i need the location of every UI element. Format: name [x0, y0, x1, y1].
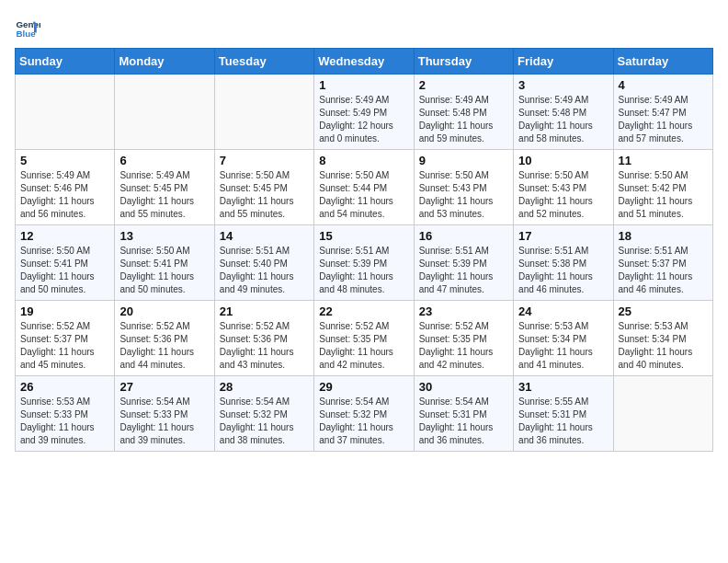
calendar-cell: 26Sunrise: 5:53 AM Sunset: 5:33 PM Dayli… — [16, 376, 115, 452]
calendar-week-5: 26Sunrise: 5:53 AM Sunset: 5:33 PM Dayli… — [16, 376, 713, 452]
calendar-cell: 19Sunrise: 5:52 AM Sunset: 5:37 PM Dayli… — [16, 301, 115, 376]
calendar-cell: 9Sunrise: 5:50 AM Sunset: 5:43 PM Daylig… — [414, 150, 513, 225]
day-info: Sunrise: 5:51 AM Sunset: 5:37 PM Dayligh… — [619, 245, 708, 296]
day-number: 27 — [119, 380, 209, 394]
day-number: 23 — [419, 304, 508, 318]
day-info: Sunrise: 5:54 AM Sunset: 5:32 PM Dayligh… — [319, 396, 408, 447]
day-info: Sunrise: 5:50 AM Sunset: 5:41 PM Dayligh… — [119, 245, 209, 296]
day-info: Sunrise: 5:50 AM Sunset: 5:45 PM Dayligh… — [220, 169, 309, 221]
day-number: 10 — [518, 154, 608, 167]
day-info: Sunrise: 5:54 AM Sunset: 5:31 PM Dayligh… — [419, 396, 508, 447]
calendar-cell: 28Sunrise: 5:54 AM Sunset: 5:32 PM Dayli… — [214, 376, 313, 452]
day-info: Sunrise: 5:53 AM Sunset: 5:34 PM Dayligh… — [518, 320, 608, 372]
calendar-cell: 8Sunrise: 5:50 AM Sunset: 5:44 PM Daylig… — [314, 150, 414, 225]
weekday-header-friday: Friday — [514, 49, 613, 75]
day-number: 12 — [20, 229, 109, 243]
day-number: 1 — [319, 78, 408, 92]
day-info: Sunrise: 5:50 AM Sunset: 5:43 PM Dayligh… — [518, 169, 608, 221]
calendar-header-row: SundayMondayTuesdayWednesdayThursdayFrid… — [16, 49, 713, 75]
day-info: Sunrise: 5:51 AM Sunset: 5:39 PM Dayligh… — [319, 245, 408, 296]
day-number: 15 — [319, 229, 408, 243]
day-info: Sunrise: 5:52 AM Sunset: 5:36 PM Dayligh… — [119, 320, 209, 372]
day-info: Sunrise: 5:51 AM Sunset: 5:38 PM Dayligh… — [518, 245, 608, 296]
calendar-cell — [115, 75, 214, 150]
day-info: Sunrise: 5:49 AM Sunset: 5:45 PM Dayligh… — [119, 169, 209, 221]
calendar-cell: 25Sunrise: 5:53 AM Sunset: 5:34 PM Dayli… — [613, 301, 712, 376]
weekday-header-wednesday: Wednesday — [314, 49, 414, 75]
day-number: 29 — [319, 380, 408, 394]
page-header: General Blue — [15, 15, 713, 40]
day-number: 20 — [119, 304, 209, 318]
calendar-cell: 2Sunrise: 5:49 AM Sunset: 5:48 PM Daylig… — [414, 75, 513, 150]
day-info: Sunrise: 5:55 AM Sunset: 5:31 PM Dayligh… — [518, 396, 608, 447]
weekday-header-saturday: Saturday — [613, 49, 712, 75]
day-info: Sunrise: 5:52 AM Sunset: 5:37 PM Dayligh… — [20, 320, 109, 372]
day-number: 3 — [518, 78, 608, 92]
day-number: 7 — [220, 154, 309, 167]
logo-icon: General Blue — [15, 15, 40, 40]
calendar-cell: 15Sunrise: 5:51 AM Sunset: 5:39 PM Dayli… — [314, 225, 414, 301]
calendar-cell: 14Sunrise: 5:51 AM Sunset: 5:40 PM Dayli… — [214, 225, 313, 301]
calendar-cell: 3Sunrise: 5:49 AM Sunset: 5:48 PM Daylig… — [514, 75, 613, 150]
day-info: Sunrise: 5:49 AM Sunset: 5:48 PM Dayligh… — [419, 94, 508, 145]
calendar-cell: 24Sunrise: 5:53 AM Sunset: 5:34 PM Dayli… — [514, 301, 613, 376]
day-info: Sunrise: 5:49 AM Sunset: 5:46 PM Dayligh… — [20, 169, 109, 221]
calendar-cell: 6Sunrise: 5:49 AM Sunset: 5:45 PM Daylig… — [115, 150, 214, 225]
day-info: Sunrise: 5:52 AM Sunset: 5:35 PM Dayligh… — [319, 320, 408, 372]
day-number: 30 — [419, 380, 508, 394]
calendar-cell: 18Sunrise: 5:51 AM Sunset: 5:37 PM Dayli… — [613, 225, 712, 301]
calendar-cell: 23Sunrise: 5:52 AM Sunset: 5:35 PM Dayli… — [414, 301, 513, 376]
calendar-week-3: 12Sunrise: 5:50 AM Sunset: 5:41 PM Dayli… — [16, 225, 713, 301]
calendar-cell: 27Sunrise: 5:54 AM Sunset: 5:33 PM Dayli… — [115, 376, 214, 452]
day-info: Sunrise: 5:54 AM Sunset: 5:32 PM Dayligh… — [220, 396, 309, 447]
day-info: Sunrise: 5:50 AM Sunset: 5:42 PM Dayligh… — [619, 169, 708, 221]
weekday-header-tuesday: Tuesday — [214, 49, 313, 75]
day-info: Sunrise: 5:51 AM Sunset: 5:40 PM Dayligh… — [220, 245, 309, 296]
day-info: Sunrise: 5:49 AM Sunset: 5:48 PM Dayligh… — [518, 94, 608, 145]
day-number: 25 — [619, 304, 708, 318]
day-info: Sunrise: 5:49 AM Sunset: 5:49 PM Dayligh… — [319, 94, 408, 145]
svg-text:Blue: Blue — [16, 29, 36, 39]
calendar-cell: 1Sunrise: 5:49 AM Sunset: 5:49 PM Daylig… — [314, 75, 414, 150]
calendar-week-4: 19Sunrise: 5:52 AM Sunset: 5:37 PM Dayli… — [16, 301, 713, 376]
calendar-cell: 21Sunrise: 5:52 AM Sunset: 5:36 PM Dayli… — [214, 301, 313, 376]
weekday-header-sunday: Sunday — [16, 49, 115, 75]
day-number: 4 — [619, 78, 708, 92]
weekday-header-monday: Monday — [115, 49, 214, 75]
day-info: Sunrise: 5:54 AM Sunset: 5:33 PM Dayligh… — [119, 396, 209, 447]
day-number: 2 — [419, 78, 508, 92]
weekday-header-thursday: Thursday — [414, 49, 513, 75]
day-number: 8 — [319, 154, 408, 167]
calendar-cell: 11Sunrise: 5:50 AM Sunset: 5:42 PM Dayli… — [613, 150, 712, 225]
calendar-cell: 17Sunrise: 5:51 AM Sunset: 5:38 PM Dayli… — [514, 225, 613, 301]
day-number: 21 — [220, 304, 309, 318]
calendar-cell — [16, 75, 115, 150]
calendar-cell: 31Sunrise: 5:55 AM Sunset: 5:31 PM Dayli… — [514, 376, 613, 452]
day-info: Sunrise: 5:53 AM Sunset: 5:33 PM Dayligh… — [20, 396, 109, 447]
calendar-cell: 5Sunrise: 5:49 AM Sunset: 5:46 PM Daylig… — [16, 150, 115, 225]
day-info: Sunrise: 5:49 AM Sunset: 5:47 PM Dayligh… — [619, 94, 708, 145]
day-number: 6 — [119, 154, 209, 167]
day-number: 14 — [220, 229, 309, 243]
calendar-cell: 7Sunrise: 5:50 AM Sunset: 5:45 PM Daylig… — [214, 150, 313, 225]
day-number: 26 — [20, 380, 109, 394]
day-number: 9 — [419, 154, 508, 167]
calendar-cell: 12Sunrise: 5:50 AM Sunset: 5:41 PM Dayli… — [16, 225, 115, 301]
logo: General Blue — [15, 15, 46, 40]
calendar-cell: 4Sunrise: 5:49 AM Sunset: 5:47 PM Daylig… — [613, 75, 712, 150]
calendar-cell: 10Sunrise: 5:50 AM Sunset: 5:43 PM Dayli… — [514, 150, 613, 225]
day-number: 24 — [518, 304, 608, 318]
day-number: 13 — [119, 229, 209, 243]
calendar-cell: 22Sunrise: 5:52 AM Sunset: 5:35 PM Dayli… — [314, 301, 414, 376]
day-info: Sunrise: 5:50 AM Sunset: 5:41 PM Dayligh… — [20, 245, 109, 296]
calendar-week-2: 5Sunrise: 5:49 AM Sunset: 5:46 PM Daylig… — [16, 150, 713, 225]
calendar-cell — [214, 75, 313, 150]
calendar-cell — [613, 376, 712, 452]
day-number: 17 — [518, 229, 608, 243]
day-number: 16 — [419, 229, 508, 243]
calendar-week-1: 1Sunrise: 5:49 AM Sunset: 5:49 PM Daylig… — [16, 75, 713, 150]
day-info: Sunrise: 5:50 AM Sunset: 5:43 PM Dayligh… — [419, 169, 508, 221]
day-number: 31 — [518, 380, 608, 394]
day-info: Sunrise: 5:52 AM Sunset: 5:35 PM Dayligh… — [419, 320, 508, 372]
day-number: 18 — [619, 229, 708, 243]
